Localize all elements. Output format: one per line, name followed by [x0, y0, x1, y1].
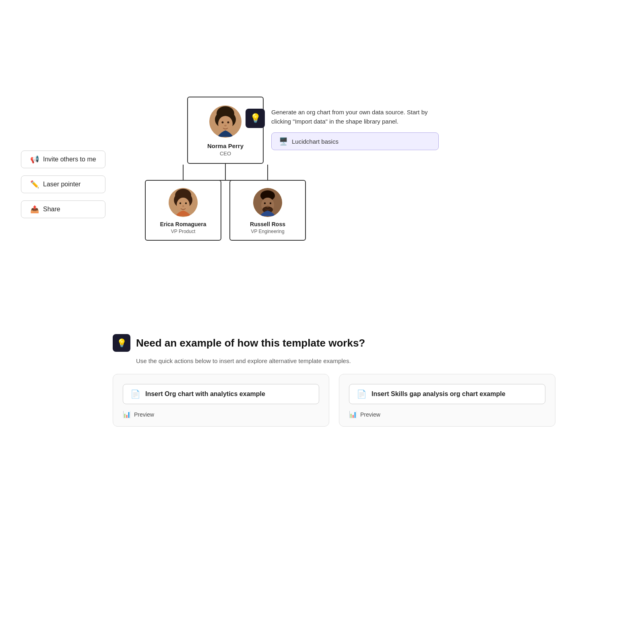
svg-point-3: [218, 116, 233, 132]
example-subtitle: Use the quick actions below to insert an…: [136, 357, 555, 364]
svg-point-19: [270, 202, 271, 204]
erica-avatar: [169, 188, 198, 217]
bottom-section: 💡 Need an example of how this template w…: [113, 334, 555, 427]
svg-point-5: [227, 122, 229, 124]
info-icon-box: 💡: [246, 109, 265, 128]
info-panel: 💡 Generate an org chart from your own da…: [246, 108, 439, 150]
laser-label: Laser pointer: [43, 181, 80, 188]
russell-name: Russell Ross: [250, 221, 285, 227]
preview-icon-1: 📊: [123, 411, 131, 418]
lucidchart-basics-button[interactable]: 🖥️ Lucidchart basics: [271, 132, 439, 150]
preview-icon-2: 📊: [349, 411, 357, 418]
children-row: Erica Romaguera VP Product: [145, 180, 306, 241]
erica-title: VP Product: [171, 229, 195, 234]
example-header: 💡 Need an example of how this template w…: [113, 334, 555, 352]
russell-title: VP Engineering: [251, 229, 284, 234]
children-connector: Erica Romaguera VP Product: [145, 180, 306, 241]
ceo-avatar: [209, 105, 242, 138]
bulb-icon: 💡: [250, 113, 261, 124]
info-description: Generate an org chart from your own data…: [271, 108, 439, 126]
preview-label-2: Preview: [360, 411, 380, 418]
russell-avatar: [253, 188, 282, 217]
share-icon: 📤: [30, 205, 39, 214]
toolbar: 📢 Invite others to me ✏️ Laser pointer 📤…: [21, 151, 105, 218]
pencil-icon: ✏️: [30, 180, 39, 189]
svg-point-12: [185, 202, 187, 204]
insert-skills-label: Insert Skills gap analysis org chart exa…: [372, 390, 506, 398]
share-button[interactable]: 📤 Share: [21, 200, 105, 218]
ceo-title: CEO: [220, 151, 231, 157]
doc-icon-2: 📄: [357, 389, 367, 399]
svg-point-6: [224, 125, 227, 126]
lucidchart-basics-label: Lucidchart basics: [292, 138, 339, 145]
svg-point-20: [266, 206, 269, 207]
svg-point-18: [264, 202, 266, 204]
preview-label-1: Preview: [134, 411, 154, 418]
preview-row-2[interactable]: 📊 Preview: [349, 411, 545, 418]
example-card-skills: 📄 Insert Skills gap analysis org chart e…: [339, 374, 555, 427]
megaphone-icon: 📢: [30, 155, 39, 164]
laser-pointer-button[interactable]: ✏️ Laser pointer: [21, 175, 105, 193]
info-text: Generate an org chart from your own data…: [271, 108, 439, 150]
child-node-erica[interactable]: Erica Romaguera VP Product: [145, 180, 221, 241]
example-icon-box: 💡: [113, 334, 130, 352]
preview-row-1[interactable]: 📊 Preview: [123, 411, 319, 418]
svg-point-11: [180, 202, 181, 204]
ceo-name: Norma Perry: [207, 142, 244, 149]
erica-name: Erica Romaguera: [160, 221, 206, 227]
insert-skills-button[interactable]: 📄 Insert Skills gap analysis org chart e…: [349, 384, 545, 404]
monitor-icon: 🖥️: [279, 137, 288, 146]
doc-icon-1: 📄: [130, 389, 140, 399]
svg-point-13: [182, 205, 184, 207]
insert-analytics-button[interactable]: 📄 Insert Org chart with analytics exampl…: [123, 384, 319, 404]
example-bulb-icon: 💡: [117, 338, 127, 348]
invite-label: Invite others to me: [43, 156, 96, 163]
insert-analytics-label: Insert Org chart with analytics example: [145, 390, 265, 398]
child-node-russell[interactable]: Russell Ross VP Engineering: [229, 180, 306, 241]
example-card-analytics: 📄 Insert Org chart with analytics exampl…: [113, 374, 329, 427]
invite-button[interactable]: 📢 Invite others to me: [21, 151, 105, 168]
connector-down: [225, 164, 226, 180]
share-label: Share: [43, 206, 60, 213]
example-title: Need an example of how this template wor…: [136, 337, 365, 349]
svg-point-4: [222, 122, 224, 124]
example-cards: 📄 Insert Org chart with analytics exampl…: [113, 374, 555, 427]
svg-point-10: [177, 198, 190, 212]
